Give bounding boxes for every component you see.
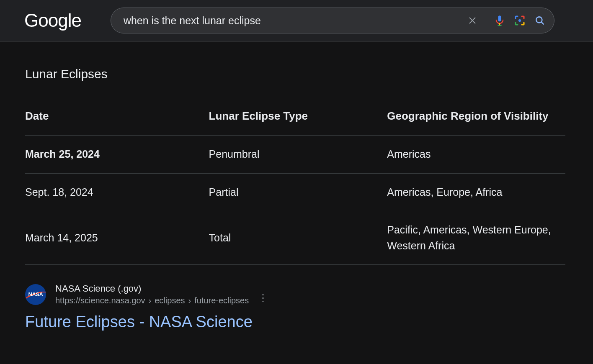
- col-header-date: Date: [25, 102, 209, 136]
- site-url[interactable]: https://science.nasa.gov›eclipses›future…: [55, 296, 249, 305]
- url-base: https://science.nasa.gov: [55, 296, 145, 305]
- search-divider: [486, 13, 486, 28]
- search-box[interactable]: [111, 8, 554, 33]
- cell-date: March 25, 2024: [25, 136, 209, 174]
- google-logo[interactable]: Google: [24, 10, 81, 31]
- col-header-type: Lunar Eclipse Type: [209, 102, 387, 136]
- results-area: Lunar Eclipses Date Lunar Eclipse Type G…: [0, 42, 593, 331]
- svg-rect-2: [498, 15, 501, 21]
- table-header-row: Date Lunar Eclipse Type Geographic Regio…: [25, 102, 565, 136]
- cell-type: Penumbral: [209, 136, 387, 174]
- table-row: March 25, 2024PenumbralAmericas: [25, 136, 565, 174]
- col-header-region: Geographic Region of Visibility: [387, 102, 565, 136]
- search-input[interactable]: [124, 15, 462, 27]
- site-name: NASA Science (.gov): [55, 283, 249, 294]
- image-search-icon[interactable]: [510, 10, 530, 31]
- cell-region: Americas: [387, 136, 565, 174]
- site-info: NASA Science (.gov) https://science.nasa…: [55, 283, 249, 305]
- svg-line-7: [541, 22, 543, 24]
- search-result: NASA NASA Science (.gov) https://science…: [25, 283, 568, 331]
- featured-snippet-title: Lunar Eclipses: [25, 67, 568, 81]
- result-title-link[interactable]: Future Eclipses - NASA Science: [25, 313, 568, 331]
- cell-date: March 14, 2025: [25, 211, 209, 265]
- clear-icon[interactable]: [462, 10, 482, 31]
- favicon-text: NASA: [28, 291, 43, 297]
- cell-region: Americas, Europe, Africa: [387, 173, 565, 211]
- cell-region: Pacific, Americas, Western Europe, Weste…: [387, 211, 565, 265]
- url-path-0: eclipses: [155, 296, 185, 305]
- url-path-1: future-eclipses: [194, 296, 249, 305]
- header-bar: Google: [0, 0, 593, 42]
- table-row: Sept. 18, 2024PartialAmericas, Europe, A…: [25, 173, 565, 211]
- search-button-icon[interactable]: [530, 10, 550, 31]
- svg-point-5: [518, 19, 521, 22]
- result-header: NASA NASA Science (.gov) https://science…: [25, 283, 568, 305]
- eclipse-table: Date Lunar Eclipse Type Geographic Regio…: [25, 102, 565, 265]
- cell-type: Partial: [209, 173, 387, 211]
- voice-search-icon[interactable]: [490, 10, 510, 31]
- nasa-favicon: NASA: [25, 284, 46, 305]
- cell-date: Sept. 18, 2024: [25, 173, 209, 211]
- more-options-icon[interactable]: ⋮: [258, 292, 268, 304]
- table-row: March 14, 2025TotalPacific, Americas, We…: [25, 211, 565, 265]
- cell-type: Total: [209, 211, 387, 265]
